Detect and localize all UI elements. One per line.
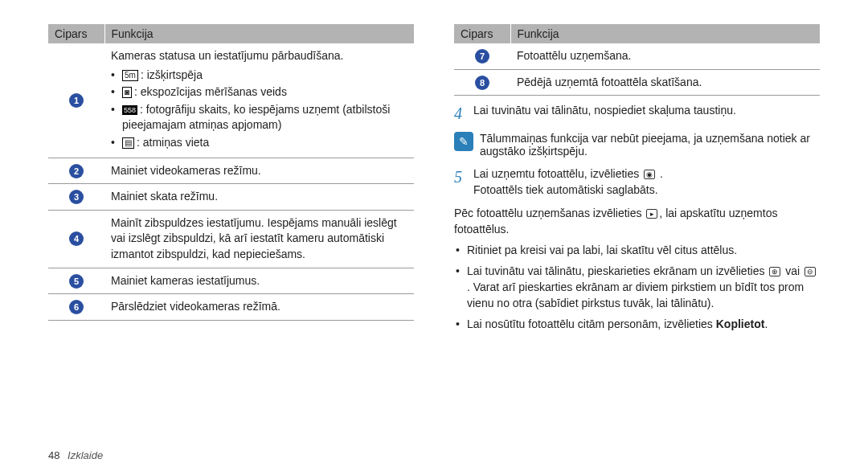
list-item: Ritiniet pa kreisi vai pa labi, lai skat… <box>454 242 820 258</box>
number-badge: 4 <box>69 231 84 246</box>
step-number: 5 <box>454 166 473 189</box>
status-icon: ▤ <box>122 137 134 149</box>
row-function-cell: Pēdējā uzņemtā fotoattēla skatīšana. <box>510 69 820 96</box>
list-item: Lai nosūtītu fotoattēlu citām personām, … <box>454 316 820 332</box>
table-row: 3Mainiet skata režīmu. <box>48 184 414 211</box>
camera-icon: ◉ <box>644 170 655 179</box>
row-function-cell: Fotoattēlu uzņemšana. <box>510 43 820 69</box>
list-item: Lai tuvinātu vai tālinātu, pieskarieties… <box>454 263 820 312</box>
zoom-in-icon: ⊕ <box>769 267 780 276</box>
col-header-funkcija: Funkcija <box>104 24 414 43</box>
note-text: Tālummaiņas funkcija var nebūt pieejama,… <box>480 132 820 158</box>
table-row: 1Kameras statusa un iestatījumu pārbaudī… <box>48 43 414 158</box>
col-header-cipars: Cipars <box>454 24 510 43</box>
play-icon: ▸ <box>646 209 657 219</box>
number-badge: 3 <box>69 190 84 204</box>
row-number-cell: 5 <box>48 268 104 294</box>
page-number: 48 <box>48 449 59 461</box>
step-number: 4 <box>454 102 473 125</box>
number-badge: 5 <box>69 274 84 289</box>
status-icon: 558 <box>122 105 137 115</box>
row-number-cell: 1 <box>48 43 104 158</box>
zoom-out-icon: ⊖ <box>805 267 816 276</box>
number-badge: 6 <box>69 300 84 314</box>
reference-table-left: Cipars Funkcija 1Kameras statusa un iest… <box>48 24 414 321</box>
row-function-cell: Mainiet skata režīmu. <box>104 184 414 211</box>
number-badge: 8 <box>475 76 489 90</box>
section-name: Izklaide <box>68 449 103 461</box>
number-badge: 1 <box>69 93 84 108</box>
note-icon: ✎ <box>454 132 473 151</box>
step-text: Fotoattēls tiek automātiski saglabāts. <box>473 183 658 196</box>
row-number-cell: 3 <box>48 184 104 211</box>
table-row: 7Fotoattēlu uzņemšana. <box>454 43 820 69</box>
number-badge: 2 <box>69 164 84 178</box>
number-badge: 7 <box>475 49 489 63</box>
status-icon: ◙ <box>122 87 132 98</box>
table-row: 4Mainīt zibspuldzes iestatījumu. Iespēja… <box>48 210 414 268</box>
row-function-cell: Pārslēdziet videokameras režīmā. <box>104 294 414 321</box>
row-number-cell: 7 <box>454 43 510 69</box>
bullet-list: Ritiniet pa kreisi vai pa labi, lai skat… <box>454 242 820 331</box>
step-text: Lai uzņemtu fotoattēlu, izvēlieties <box>473 167 642 180</box>
row-function-cell: Kameras statusa un iestatījumu pārbaudīš… <box>104 43 414 158</box>
row-number-cell: 2 <box>48 158 104 184</box>
row-function-cell: Mainiet videokameras režīmu. <box>104 158 414 184</box>
table-row: 2Mainiet videokameras režīmu. <box>48 158 414 184</box>
row-number-cell: 4 <box>48 210 104 268</box>
page-footer: 48 Izklaide <box>48 449 103 461</box>
row-number-cell: 8 <box>454 69 510 96</box>
note-block: ✎ Tālummaiņas funkcija var nebūt pieejam… <box>454 132 820 158</box>
row-number-cell: 6 <box>48 294 104 321</box>
row-function-cell: Mainīt zibspuldzes iestatījumu. Iespējam… <box>104 210 414 268</box>
share-label: Koplietot <box>716 317 765 330</box>
reference-table-right: Cipars Funkcija 7Fotoattēlu uzņemšana.8P… <box>454 24 820 96</box>
step-4: 4 Lai tuvinātu vai tālinātu, nospiediet … <box>454 102 820 125</box>
table-row: 5Mainiet kameras iestatījumus. <box>48 268 414 294</box>
table-row: 8Pēdējā uzņemtā fotoattēla skatīšana. <box>454 69 820 96</box>
col-header-funkcija: Funkcija <box>510 24 820 43</box>
row-function-cell: Mainiet kameras iestatījumus. <box>104 268 414 294</box>
table-row: 6Pārslēdziet videokameras režīmā. <box>48 294 414 321</box>
col-header-cipars: Cipars <box>48 24 104 43</box>
step-text: Lai tuvinātu vai tālinātu, nospiediet sk… <box>473 102 820 118</box>
status-icon: 5m <box>122 70 138 81</box>
step-5: 5 Lai uzņemtu fotoattēlu, izvēlieties ◉ … <box>454 166 820 199</box>
paragraph: Pēc fotoattēlu uzņemšanas izvēlieties ▸,… <box>454 205 820 238</box>
